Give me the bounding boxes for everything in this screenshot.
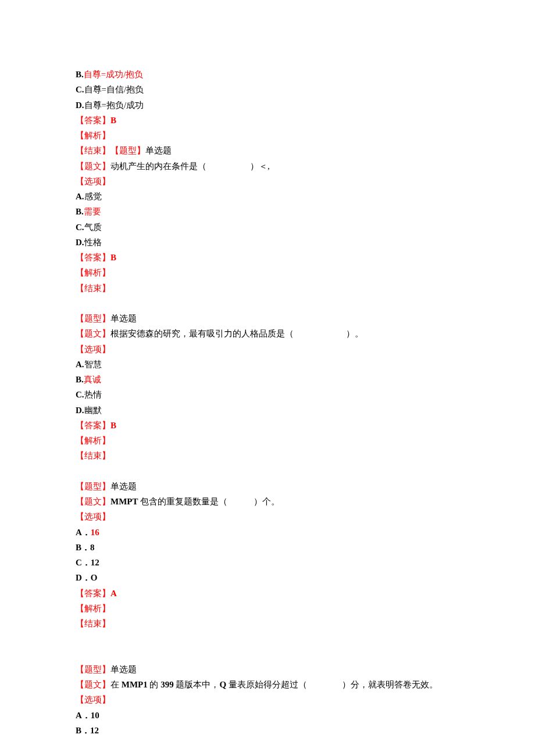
stem-text: 在 — [110, 677, 122, 692]
option-text: 性格 — [84, 235, 102, 250]
answer-label: 【答案】 — [76, 418, 110, 433]
option-prefix: A. — [76, 189, 84, 204]
end-label: 【结束】 — [76, 616, 459, 631]
option-text: 16 — [91, 525, 99, 540]
answer-line: 【答案】 B — [76, 113, 459, 128]
options-label: 【选项】 — [76, 692, 459, 707]
stem-label: 【题文】 — [76, 494, 110, 509]
option-c: C． 12 — [76, 555, 459, 570]
stem-text: 的 — [149, 677, 160, 692]
option-prefix: A． — [76, 525, 91, 540]
type-label: 【题型】 — [76, 662, 110, 677]
stem-text: 量表原始得分超过（ ）分，就表明答卷无效。 — [229, 677, 438, 692]
answer-label: 【答案】 — [76, 586, 110, 601]
question-stem: 【题文】 MMPT 包含的重复题数量是（ ）个。 — [76, 494, 459, 509]
type-value: 单选题 — [110, 311, 137, 326]
option-a: A． 16 — [76, 525, 459, 540]
option-d: D. 性格 — [76, 235, 459, 250]
option-prefix: B. — [76, 204, 84, 219]
option-b: B. 需要 — [76, 204, 459, 219]
option-a: A. 感觉 — [76, 189, 459, 204]
option-b: B. 真诚 — [76, 372, 459, 387]
stem-label: 【题文】 — [76, 159, 110, 174]
option-text: 8 — [90, 540, 95, 555]
option-prefix: A． — [76, 708, 91, 723]
option-prefix: C． — [76, 555, 91, 570]
question-type: 【题型】 单选题 — [76, 311, 459, 326]
end-and-type: 【结束】 【题型】 单选题 — [76, 143, 459, 158]
option-prefix: B. — [76, 67, 84, 82]
option-text: 需要 — [84, 204, 101, 219]
end-label: 【结束】 — [76, 281, 459, 296]
option-text: 热情 — [84, 387, 102, 402]
option-prefix: C. — [76, 82, 84, 97]
end-label: 【结束】 — [76, 448, 459, 463]
option-a: A． 10 — [76, 708, 459, 723]
option-d: D. 幽默 — [76, 403, 459, 418]
option-prefix: B. — [76, 372, 84, 387]
option-prefix: A. — [76, 357, 84, 372]
option-c: C. 气质 — [76, 220, 459, 235]
answer-value: B — [110, 250, 116, 265]
blank-line — [76, 296, 459, 311]
stem-label: 【题文】 — [76, 326, 110, 341]
question-type: 【题型】 单选题 — [76, 662, 459, 677]
option-text: 自尊=自信/抱负 — [84, 82, 144, 97]
answer-value: B — [110, 113, 116, 128]
analysis-label: 【解析】 — [76, 433, 459, 448]
type-value: 单选题 — [145, 143, 172, 158]
option-text: O — [91, 570, 98, 585]
option-d: D． O — [76, 570, 459, 585]
blank-line — [76, 464, 459, 479]
type-value: 单选题 — [110, 479, 137, 494]
type-label: 【题型】 — [110, 143, 145, 158]
option-d: D. 自尊=抱负/成功 — [76, 98, 459, 113]
question-stem: 【题文】 根据安德森的研究，最有吸引力的人格品质是（ ）。 — [76, 326, 459, 341]
answer-line: 【答案】 B — [76, 250, 459, 265]
options-label: 【选项】 — [76, 174, 459, 189]
answer-line: 【答案】 B — [76, 418, 459, 433]
option-text: 气质 — [84, 220, 102, 235]
option-b: B. 自尊=成功/抱负 — [76, 67, 459, 82]
stem-text: 动机产生的内在条件是（ ）＜, — [110, 159, 270, 174]
answer-line: 【答案】 A — [76, 586, 459, 601]
option-text: 智慧 — [84, 357, 102, 372]
question-stem: 【题文】 动机产生的内在条件是（ ）＜, — [76, 159, 459, 174]
option-text: 真诚 — [84, 372, 101, 387]
option-text: 12 — [91, 555, 99, 570]
option-text: 感觉 — [84, 189, 102, 204]
option-c: C. 自尊=自信/抱负 — [76, 82, 459, 97]
type-label: 【题型】 — [76, 311, 110, 326]
option-a: A. 智慧 — [76, 357, 459, 372]
option-text: 10 — [91, 708, 99, 723]
option-prefix: D. — [76, 403, 84, 418]
stem-text-bold: MMPT — [110, 494, 140, 509]
type-label: 【题型】 — [76, 479, 110, 494]
stem-text: 根据安德森的研究，最有吸引力的人格品质是（ ）。 — [110, 326, 363, 341]
option-b: B． 12 — [76, 723, 459, 738]
option-prefix: B． — [76, 723, 90, 738]
options-label: 【选项】 — [76, 342, 459, 357]
blank-line — [76, 647, 459, 662]
blank-line — [76, 631, 459, 646]
answer-value: B — [110, 418, 116, 433]
option-prefix: D. — [76, 235, 84, 250]
option-prefix: C. — [76, 387, 84, 402]
analysis-label: 【解析】 — [76, 601, 459, 616]
options-label: 【选项】 — [76, 509, 459, 524]
stem-text-bold: MMP1 — [122, 677, 150, 692]
answer-label: 【答案】 — [76, 113, 110, 128]
option-prefix: B． — [76, 540, 90, 555]
type-value: 单选题 — [110, 662, 137, 677]
answer-value: A — [110, 586, 117, 601]
option-c: C. 热情 — [76, 387, 459, 402]
option-text: 自尊=成功/抱负 — [84, 67, 144, 82]
analysis-label: 【解析】 — [76, 265, 459, 280]
option-prefix: D． — [76, 570, 91, 585]
option-text: 12 — [90, 723, 99, 738]
document-page: B. 自尊=成功/抱负 C. 自尊=自信/抱负 D. 自尊=抱负/成功 【答案】… — [0, 0, 535, 756]
option-prefix: C. — [76, 220, 84, 235]
stem-label: 【题文】 — [76, 677, 110, 692]
option-b: B． 8 — [76, 540, 459, 555]
question-type: 【题型】 单选题 — [76, 479, 459, 494]
